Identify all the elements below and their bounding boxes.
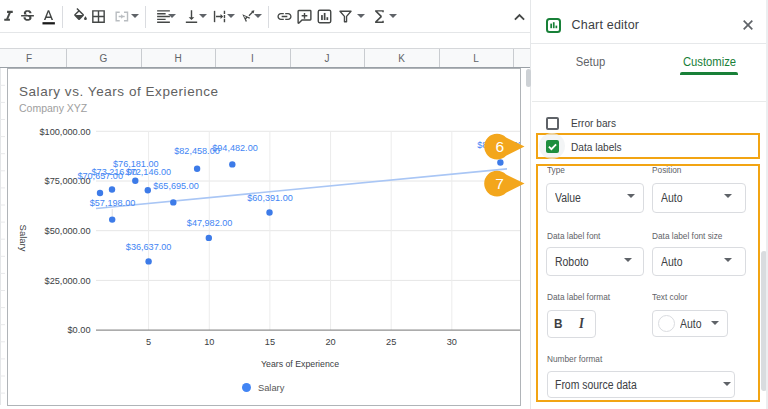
svg-text:10: 10 [204,337,214,347]
svg-text:20: 20 [325,337,335,347]
svg-text:$94,482.00: $94,482.00 [212,143,258,153]
svg-text:5: 5 [146,337,151,347]
svg-text:25: 25 [386,337,396,347]
svg-text:$70,657.00: $70,657.00 [77,171,123,181]
svg-text:Years of Experience: Years of Experience [261,359,339,369]
svg-text:$100,000.00: $100,000.00 [39,127,90,137]
svg-text:Salary: Salary [258,383,285,393]
svg-text:$0.00: $0.00 [68,325,91,335]
svg-text:Company XYZ: Company XYZ [19,102,88,114]
svg-text:15: 15 [265,337,275,347]
svg-text:Salary: Salary [18,225,29,252]
svg-text:Salary vs. Years of Experience: Salary vs. Years of Experience [19,84,219,99]
svg-text:30: 30 [447,337,457,347]
svg-text:$50,000.00: $50,000.00 [45,226,91,236]
svg-text:6: 6 [495,138,504,155]
svg-text:$25,000.00: $25,000.00 [45,276,91,286]
svg-text:$60,391.00: $60,391.00 [247,193,293,203]
svg-text:$65,695.00: $65,695.00 [153,181,199,191]
svg-text:$47,982.00: $47,982.00 [187,218,233,228]
svg-text:$76,181.00: $76,181.00 [113,159,159,169]
svg-text:$57,198.00: $57,198.00 [90,198,136,208]
svg-text:7: 7 [495,175,504,192]
svg-text:$36,637.00: $36,637.00 [126,242,172,252]
